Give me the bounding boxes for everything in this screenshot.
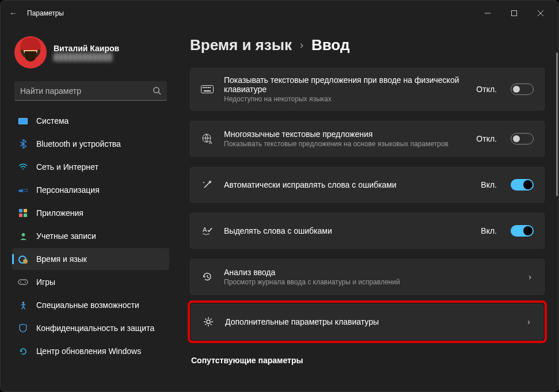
toggle-switch[interactable] bbox=[511, 179, 534, 191]
setting-title: Автоматически исправлять слова с ошибкам… bbox=[224, 180, 470, 189]
svg-rect-15 bbox=[208, 87, 209, 88]
svg-point-4 bbox=[154, 87, 159, 93]
gear-icon bbox=[202, 316, 215, 328]
svg-point-8 bbox=[20, 281, 21, 283]
svg-rect-17 bbox=[204, 90, 211, 92]
setting-highlight-misspelled[interactable]: A Выделять слова с ошибками Вкл. bbox=[190, 213, 545, 249]
svg-line-20 bbox=[204, 182, 210, 188]
sidebar-item-label: Специальные возможности bbox=[36, 300, 139, 310]
search-icon bbox=[153, 86, 161, 95]
sidebar-item-label: Учетные записи bbox=[36, 231, 96, 241]
minimize-button[interactable] bbox=[474, 4, 501, 22]
breadcrumb-parent[interactable]: Время и язык bbox=[190, 36, 292, 54]
related-settings-label: Сопутствующие параметры bbox=[191, 356, 545, 365]
setting-multilingual-suggestions[interactable]: A Многоязычные текстовые предложения Пок… bbox=[190, 121, 545, 157]
search-box[interactable] bbox=[14, 81, 167, 101]
shield-icon bbox=[18, 323, 28, 333]
profile-block[interactable]: Виталий Каиров ████████████ bbox=[12, 26, 169, 79]
chevron-right-icon: › bbox=[525, 317, 533, 326]
globe-text-icon: A bbox=[201, 133, 214, 144]
setting-title: Дополнительные параметры клавиатуры bbox=[225, 317, 515, 326]
breadcrumb: Время и язык › Ввод bbox=[190, 36, 545, 54]
sidebar-item-label: Игры bbox=[36, 277, 55, 287]
svg-rect-1 bbox=[512, 11, 517, 16]
scrollbar-thumb[interactable] bbox=[556, 52, 558, 196]
accessibility-icon bbox=[18, 300, 28, 310]
svg-line-24 bbox=[207, 277, 209, 278]
svg-line-33 bbox=[206, 324, 207, 325]
spellcheck-icon: A bbox=[201, 225, 214, 237]
brush-icon: 🖌 bbox=[18, 185, 28, 195]
display-icon bbox=[18, 116, 28, 126]
setting-advanced-keyboard[interactable]: Дополнительные параметры клавиатуры › bbox=[191, 304, 543, 340]
profile-email: ████████████ bbox=[54, 53, 119, 61]
toggle-switch[interactable] bbox=[511, 133, 534, 144]
svg-line-5 bbox=[158, 92, 161, 94]
setting-title: Многоязычные текстовые предложения bbox=[224, 130, 466, 139]
svg-point-10 bbox=[22, 301, 24, 303]
breadcrumb-current: Ввод bbox=[311, 36, 349, 54]
sidebar-item-bluetooth[interactable]: Bluetooth и устройства bbox=[12, 133, 169, 155]
setting-title: Анализ ввода bbox=[224, 268, 516, 277]
svg-point-9 bbox=[25, 281, 26, 283]
sidebar-item-label: Система bbox=[36, 116, 69, 125]
setting-title: Выделять слова с ошибками bbox=[224, 226, 470, 235]
setting-typing-insights[interactable]: Анализ ввода Просмотр журнала ввода с кл… bbox=[190, 259, 545, 295]
sidebar-item-time-language[interactable]: Время и язык bbox=[12, 248, 169, 270]
sidebar-item-accounts[interactable]: Учетные записи bbox=[12, 225, 169, 247]
sidebar-item-label: Bluetooth и устройства bbox=[36, 139, 121, 149]
sidebar-item-system[interactable]: Система bbox=[12, 110, 169, 132]
clock-globe-icon bbox=[18, 254, 28, 264]
svg-point-6 bbox=[21, 233, 25, 236]
setting-title: Показывать текстовые предложения при вво… bbox=[224, 75, 466, 94]
toggle-switch[interactable] bbox=[511, 83, 534, 95]
svg-point-21 bbox=[203, 182, 204, 183]
search-input[interactable] bbox=[20, 86, 153, 96]
svg-rect-13 bbox=[204, 87, 206, 88]
keyboard-icon bbox=[201, 85, 214, 93]
setting-autocorrect[interactable]: Автоматически исправлять слова с ошибкам… bbox=[190, 167, 545, 203]
main-panel: Время и язык › Ввод Показывать текстовые… bbox=[176, 26, 558, 391]
svg-rect-7 bbox=[18, 280, 28, 284]
svg-rect-16 bbox=[210, 87, 211, 88]
update-icon bbox=[18, 346, 28, 356]
sidebar-item-gaming[interactable]: Игры bbox=[12, 271, 169, 293]
titlebar: ← Параметры bbox=[1, 1, 558, 26]
nav-list: Система Bluetooth и устройства Сеть и Ин… bbox=[12, 110, 169, 362]
setting-subtitle: Показывать текстовые предложения на осно… bbox=[224, 140, 466, 148]
setting-subtitle: Просмотр журнала ввода с клавиатуры и ис… bbox=[224, 278, 516, 286]
sidebar-item-label: Персонализация bbox=[36, 185, 100, 195]
svg-point-25 bbox=[207, 320, 210, 324]
wand-icon bbox=[201, 179, 214, 191]
sidebar-item-label: Сеть и Интернет bbox=[36, 162, 98, 172]
svg-rect-14 bbox=[206, 87, 207, 88]
toggle-state-label: Вкл. bbox=[481, 226, 497, 235]
sidebar-item-update[interactable]: Центр обновления Windows bbox=[12, 340, 169, 362]
close-button[interactable] bbox=[527, 4, 554, 22]
profile-name: Виталий Каиров bbox=[54, 44, 119, 53]
maximize-button[interactable] bbox=[501, 4, 527, 22]
sidebar-item-apps[interactable]: Приложения bbox=[12, 202, 169, 224]
toggle-switch[interactable] bbox=[511, 225, 534, 237]
svg-text:A: A bbox=[203, 226, 207, 233]
sidebar-item-privacy[interactable]: Конфиденциальность и защита bbox=[12, 317, 169, 339]
apps-icon bbox=[18, 208, 28, 218]
wifi-icon bbox=[18, 162, 28, 172]
sidebar: Виталий Каиров ████████████ Система bbox=[1, 26, 176, 391]
setting-text-suggestions[interactable]: Показывать текстовые предложения при вво… bbox=[190, 68, 545, 111]
bluetooth-icon bbox=[18, 139, 28, 149]
svg-line-30 bbox=[206, 319, 207, 320]
sidebar-item-personalization[interactable]: 🖌 Персонализация bbox=[12, 179, 169, 201]
back-button[interactable]: ← bbox=[5, 9, 21, 18]
sidebar-item-label: Конфиденциальность и защита bbox=[36, 324, 154, 333]
sidebar-item-network[interactable]: Сеть и Интернет bbox=[12, 156, 169, 178]
sidebar-item-accessibility[interactable]: Специальные возможности bbox=[12, 294, 169, 316]
settings-window: ← Параметры Виталий Каиров ████████████ bbox=[0, 0, 559, 392]
svg-text:A: A bbox=[209, 140, 212, 144]
person-icon bbox=[18, 231, 28, 241]
gamepad-icon bbox=[18, 277, 28, 287]
avatar bbox=[14, 36, 47, 68]
history-icon bbox=[201, 271, 214, 283]
setting-subtitle: Недоступно на некоторых языках bbox=[224, 95, 466, 103]
sidebar-item-label: Центр обновления Windows bbox=[36, 347, 141, 356]
